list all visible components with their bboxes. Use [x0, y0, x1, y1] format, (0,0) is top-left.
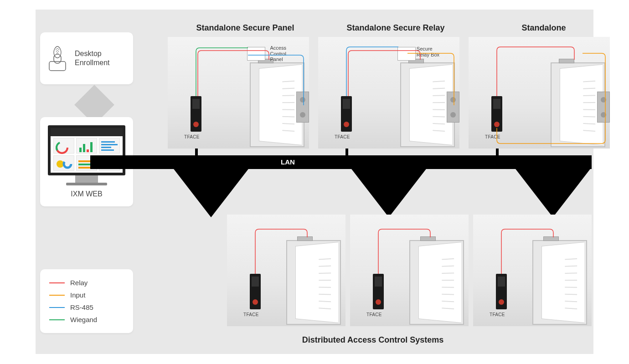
- tface-device: [496, 274, 507, 309]
- legend-relay: Relay: [49, 279, 124, 287]
- scene-distributed-3: TFACE: [473, 215, 592, 326]
- acp-label: Access Control Panel: [270, 45, 286, 62]
- legend-input-label: Input: [70, 291, 85, 299]
- bottom-title: Distributed Access Control Systems: [254, 335, 491, 345]
- svg-rect-9: [101, 144, 118, 145]
- svg-rect-7: [90, 142, 93, 152]
- lan-label: LAN: [281, 158, 295, 166]
- svg-point-3: [55, 140, 70, 154]
- scene-standalone: TFACE: [469, 37, 610, 149]
- tface-device: [191, 96, 201, 132]
- tface-label: TFACE: [184, 134, 200, 139]
- svg-rect-8: [101, 141, 115, 143]
- legend-rs485-label: RS-485: [70, 303, 93, 311]
- tface-device: [250, 274, 261, 309]
- tface-label: TFACE: [485, 134, 500, 139]
- legend-relay-label: Relay: [70, 279, 88, 287]
- lan-bus: [90, 155, 592, 169]
- svg-rect-6: [87, 149, 89, 152]
- tface-label: TFACE: [490, 312, 505, 317]
- header-standalone: Standalone: [473, 23, 614, 33]
- ixm-label: IXM WEB: [71, 190, 102, 198]
- tface-device: [373, 274, 384, 309]
- legend-wiegand-label: Wiegand: [70, 316, 97, 323]
- svg-point-13: [64, 160, 71, 168]
- tface-label: TFACE: [243, 312, 259, 317]
- enrollment-label: Desktop Enrollment: [75, 49, 109, 67]
- svg-rect-10: [101, 147, 111, 148]
- lan-tri-mid: [350, 167, 428, 217]
- svg-rect-5: [83, 144, 85, 152]
- legend-input: Input: [49, 291, 124, 299]
- scene-standalone-panel: Access Control Panel TFACE: [168, 37, 309, 149]
- diagram-canvas: Desktop Enrollment IXM WEB Relay: [36, 10, 593, 354]
- tface-label: TFACE: [335, 134, 350, 139]
- scene-distributed-1: TFACE: [227, 215, 345, 326]
- legend-card: Relay Input RS-485 Wiegand: [40, 269, 133, 333]
- header-standalone-relay: Standalone Secure Relay: [323, 23, 469, 33]
- scene-distributed-2: TFACE: [350, 215, 469, 326]
- svg-rect-11: [101, 149, 114, 151]
- svg-rect-0: [49, 62, 66, 71]
- lan-tri-right: [514, 167, 592, 217]
- srb-label: Secure Relay Box: [417, 46, 439, 57]
- svg-rect-15: [78, 164, 90, 165]
- legend-wiegand: Wiegand: [49, 316, 124, 323]
- enrollment-card: Desktop Enrollment: [40, 32, 133, 84]
- header-standalone-panel: Standalone Secure Panel: [172, 23, 318, 33]
- tface-label: TFACE: [366, 312, 382, 317]
- svg-rect-1: [54, 54, 61, 63]
- legend-rs485: RS-485: [49, 303, 124, 311]
- tface-device: [341, 96, 352, 132]
- scene-standalone-relay: Secure Relay Box TFACE: [318, 37, 459, 149]
- svg-rect-4: [79, 148, 82, 152]
- tface-device: [491, 96, 502, 132]
- lan-tri-left: [172, 167, 250, 217]
- fingerprint-icon: [46, 44, 68, 72]
